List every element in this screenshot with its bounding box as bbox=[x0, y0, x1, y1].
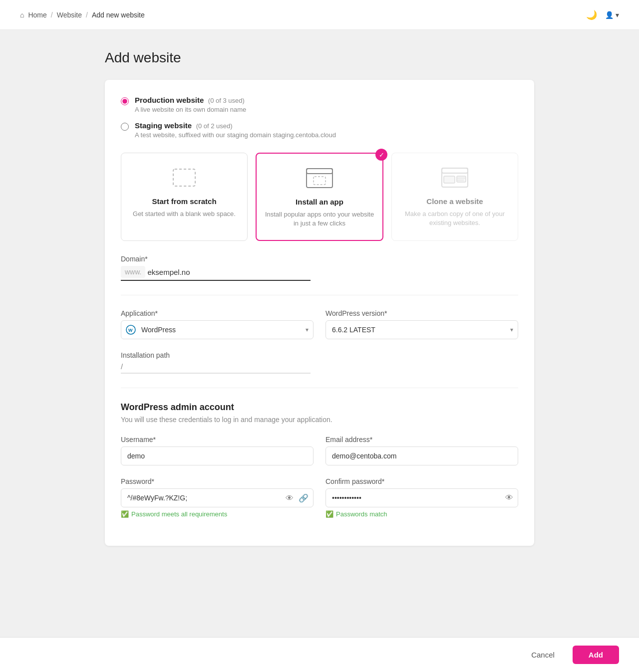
password-hint-text: Password meets all requirements bbox=[131, 510, 227, 518]
staging-radio[interactable] bbox=[121, 123, 129, 131]
breadcrumb-website[interactable]: Website bbox=[57, 11, 82, 19]
admin-section-desc: You will use these credentials to log in… bbox=[121, 416, 518, 424]
confirm-password-wrap: 👁 bbox=[325, 488, 518, 507]
email-input[interactable] bbox=[325, 447, 518, 465]
domain-label: Domain* bbox=[121, 255, 518, 263]
install-card-title: Install an app bbox=[265, 198, 374, 206]
svg-rect-1 bbox=[307, 169, 332, 188]
confirm-password-icons: 👁 bbox=[505, 493, 513, 502]
divider-1 bbox=[121, 295, 518, 295]
staging-option[interactable]: Staging website (0 of 2 used) A test web… bbox=[121, 121, 518, 139]
page-content: Add website Production website (0 of 3 u… bbox=[95, 30, 544, 606]
username-label: Username* bbox=[121, 436, 314, 444]
production-radio[interactable] bbox=[121, 97, 129, 105]
staging-badge: (0 of 2 used) bbox=[196, 122, 233, 130]
user-avatar-icon: 👤 bbox=[605, 11, 614, 19]
install-check-badge: ✓ bbox=[375, 149, 387, 161]
domain-field-group: Domain* www. bbox=[121, 255, 518, 281]
breadcrumb-sep1: / bbox=[51, 11, 53, 19]
path-input-wrap: / bbox=[121, 362, 311, 374]
svg-text:W: W bbox=[128, 328, 133, 333]
wp-version-label: WordPress version* bbox=[325, 309, 518, 317]
password-label: Password* bbox=[121, 477, 314, 485]
svg-rect-3 bbox=[314, 177, 325, 185]
username-input[interactable] bbox=[121, 447, 314, 465]
install-path-field-group: Installation path / bbox=[121, 351, 518, 374]
install-card-desc: Install popular apps onto your website i… bbox=[265, 210, 374, 228]
confirm-password-input[interactable] bbox=[325, 488, 518, 507]
breadcrumb-sep2: / bbox=[86, 11, 88, 19]
confirm-password-hint: ✅ Passwords match bbox=[325, 510, 518, 518]
install-icon bbox=[265, 166, 374, 191]
domain-prefix: www. bbox=[121, 266, 145, 278]
clone-card-title: Clone a website bbox=[400, 197, 510, 206]
scratch-card-desc: Get started with a blank web space. bbox=[129, 210, 239, 219]
password-field-group: Password* 👁 🔗 ✅ Password meets all requi… bbox=[121, 477, 314, 518]
theme-toggle-button[interactable]: 🌙 bbox=[586, 9, 597, 20]
password-row: Password* 👁 🔗 ✅ Password meets all requi… bbox=[121, 477, 518, 518]
domain-input[interactable] bbox=[147, 268, 311, 276]
svg-rect-2 bbox=[307, 169, 332, 174]
domain-input-wrap: www. bbox=[121, 266, 311, 281]
application-select[interactable]: WordPress Joomla Drupal bbox=[121, 320, 314, 339]
password-hint: ✅ Password meets all requirements bbox=[121, 510, 314, 518]
clone-card: Clone a website Make a carbon copy of on… bbox=[391, 153, 518, 241]
add-button[interactable]: Add bbox=[573, 646, 619, 664]
production-badge: (0 of 3 used) bbox=[208, 97, 245, 104]
scratch-card[interactable]: Start from scratch Get started with a bl… bbox=[121, 153, 248, 241]
topbar-right: 🌙 👤 ▾ bbox=[586, 9, 619, 20]
staging-label: Staging website bbox=[135, 121, 192, 130]
username-email-row: Username* Email address* bbox=[121, 436, 518, 465]
confirm-password-field-group: Confirm password* 👁 ✅ Passwords match bbox=[325, 477, 518, 518]
user-menu-button[interactable]: 👤 ▾ bbox=[605, 11, 619, 19]
wp-version-field-group: WordPress version* 6.6.2 LATEST6.5.56.4.… bbox=[325, 309, 518, 339]
website-type-group: Production website (0 of 3 used) A live … bbox=[121, 96, 518, 139]
app-version-row: Application* W WordPress Joomla Drupal ▾… bbox=[121, 309, 518, 339]
svg-rect-0 bbox=[173, 169, 195, 186]
clone-card-desc: Make a carbon copy of one of your existi… bbox=[400, 210, 510, 227]
user-chevron-icon: ▾ bbox=[616, 11, 619, 19]
scratch-icon bbox=[129, 165, 239, 190]
install-card[interactable]: ✓ Install an app Install popular apps on… bbox=[256, 153, 383, 241]
username-field-group: Username* bbox=[121, 436, 314, 465]
staging-desc: A test website, suffixed with our stagin… bbox=[135, 131, 336, 139]
confirm-password-hint-text: Passwords match bbox=[336, 510, 387, 518]
password-show-button[interactable]: 👁 bbox=[286, 493, 294, 502]
breadcrumb-home[interactable]: Home bbox=[28, 11, 46, 19]
production-option[interactable]: Production website (0 of 3 used) A live … bbox=[121, 96, 518, 113]
breadcrumb-current: Add new website bbox=[92, 11, 145, 19]
admin-section-title: WordPress admin account bbox=[121, 402, 518, 413]
svg-rect-7 bbox=[457, 176, 466, 182]
breadcrumb: ⌂ Home / Website / Add new website bbox=[20, 11, 145, 19]
clone-icon bbox=[400, 165, 510, 190]
confirm-password-show-button[interactable]: 👁 bbox=[505, 493, 513, 502]
password-copy-button[interactable]: 🔗 bbox=[299, 493, 309, 503]
svg-rect-5 bbox=[442, 168, 468, 173]
topbar: ⌂ Home / Website / Add new website 🌙 👤 ▾ bbox=[0, 0, 639, 30]
version-select-wrap: 6.6.2 LATEST6.5.56.4.3 ▾ bbox=[325, 320, 518, 339]
option-cards-group: Start from scratch Get started with a bl… bbox=[121, 153, 518, 241]
password-wrap: 👁 🔗 bbox=[121, 488, 314, 507]
password-hint-check-icon: ✅ bbox=[121, 510, 129, 518]
password-icons: 👁 🔗 bbox=[286, 493, 309, 503]
path-input[interactable] bbox=[123, 362, 311, 371]
page-title: Add website bbox=[105, 50, 534, 66]
admin-account-section: WordPress admin account You will use the… bbox=[121, 402, 518, 518]
application-select-wrap: W WordPress Joomla Drupal ▾ bbox=[121, 320, 314, 339]
email-field-group: Email address* bbox=[325, 436, 518, 465]
confirm-password-hint-check-icon: ✅ bbox=[325, 510, 333, 518]
svg-rect-6 bbox=[444, 176, 455, 183]
scratch-card-title: Start from scratch bbox=[129, 197, 239, 206]
application-field-group: Application* W WordPress Joomla Drupal ▾ bbox=[121, 309, 314, 339]
confirm-password-label: Confirm password* bbox=[325, 477, 518, 485]
email-label: Email address* bbox=[325, 436, 518, 444]
production-desc: A live website on its own domain name bbox=[135, 106, 246, 113]
home-icon: ⌂ bbox=[20, 11, 24, 19]
cancel-button[interactable]: Cancel bbox=[521, 646, 565, 664]
divider-2 bbox=[121, 388, 518, 388]
page-footer: Cancel Add bbox=[0, 637, 639, 672]
password-input[interactable] bbox=[121, 488, 314, 507]
version-select[interactable]: 6.6.2 LATEST6.5.56.4.3 bbox=[325, 320, 518, 339]
production-label: Production website bbox=[135, 96, 204, 104]
main-card: Production website (0 of 3 used) A live … bbox=[105, 80, 534, 546]
